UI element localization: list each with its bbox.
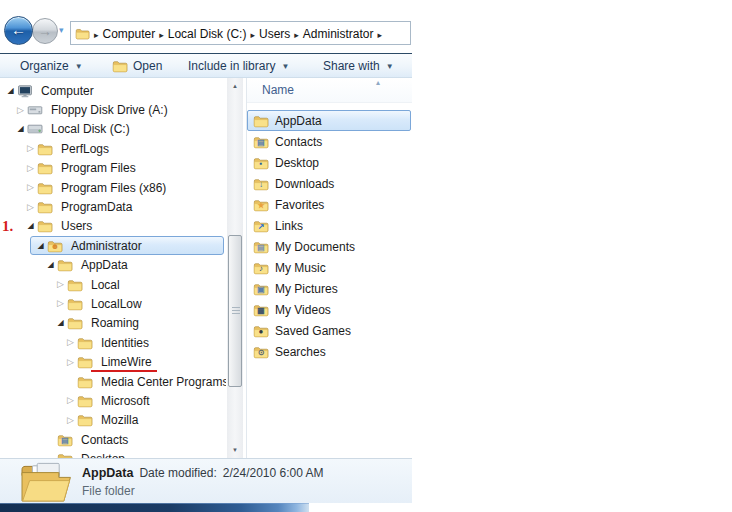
documents-icon: ▤	[253, 239, 269, 255]
forward-button[interactable]: →	[32, 18, 58, 44]
expander-collapsed-icon[interactable]: ▷	[24, 203, 37, 212]
tree-item-label: Roaming	[88, 316, 142, 330]
tree-item[interactable]: ▷Identities	[0, 333, 226, 352]
scrollbar-grip-icon	[232, 307, 240, 315]
expander-expanded-icon[interactable]: ◢	[44, 261, 57, 269]
tree-item[interactable]: 1.◢Users	[0, 217, 226, 236]
expander-expanded-icon[interactable]: ◢	[4, 87, 17, 95]
open-folder-icon	[112, 58, 128, 74]
file-item[interactable]: AppData	[247, 110, 411, 131]
expander-expanded-icon[interactable]: ◢	[24, 222, 37, 230]
breadcrumb-arrow-icon: ▸	[94, 30, 99, 40]
links-badge-icon: ↗	[258, 223, 265, 231]
tree-item[interactable]: ◢Local Disk (C:)	[0, 120, 226, 139]
include-in-library-button[interactable]: Include in library ▼	[188, 57, 289, 75]
details-date-modified-value: 2/24/2010 6:00 AM	[223, 466, 324, 480]
tree-item[interactable]: ▷Program Files	[0, 159, 226, 178]
expander-collapsed-icon[interactable]: ▷	[24, 164, 37, 173]
tree-item[interactable]: ◢AppData	[0, 256, 226, 275]
searches-badge-icon: ⊙	[258, 349, 265, 357]
tree-item-label: Microsoft	[98, 394, 153, 408]
file-item[interactable]: ▦My Videos	[247, 299, 411, 320]
expander-collapsed-icon[interactable]: ▷	[24, 183, 37, 192]
tree-item-label: Local Disk (C:)	[48, 122, 133, 136]
music-icon: ♪	[253, 260, 269, 276]
details-pane: AppData Date modified: 2/24/2010 6:00 AM…	[0, 458, 412, 503]
tree-item-label: Administrator	[68, 239, 145, 253]
screenshot-canvas: ← → ▾ ▸Computer▸Local Disk (C:)▸Users▸Ad…	[0, 0, 732, 512]
folder-icon	[67, 315, 83, 331]
folder-icon	[67, 296, 83, 312]
tree-item[interactable]: ▷LimeWire	[0, 352, 226, 371]
contacts-badge-icon: ▤	[257, 139, 265, 147]
tree-item[interactable]: ▷PerfLogs	[0, 139, 226, 158]
user-folder-badge-icon: ☻	[51, 243, 59, 251]
file-item-label: Contacts	[275, 135, 322, 149]
breadcrumb-item[interactable]: Users	[259, 27, 290, 41]
favorites-badge-icon: ★	[257, 202, 264, 210]
breadcrumb-item[interactable]: Local Disk (C:)	[168, 27, 247, 41]
file-item[interactable]: ↓Downloads	[247, 173, 411, 194]
back-button[interactable]: ←	[4, 16, 33, 45]
tree-item[interactable]: ▷Local	[0, 275, 226, 294]
scroll-down-button[interactable]: ▼	[227, 442, 243, 458]
expander-expanded-icon[interactable]: ◢	[14, 125, 27, 133]
tree-item[interactable]: ▷Floppy Disk Drive (A:)	[0, 100, 226, 119]
tree-item[interactable]: ◢Roaming	[0, 314, 226, 333]
tree-item[interactable]: ▷Mozilla	[0, 411, 226, 430]
tree-item-label: Computer	[38, 84, 97, 98]
expander-collapsed-icon[interactable]: ▷	[64, 416, 77, 425]
tree-item[interactable]: ▷Program Files (x86)	[0, 178, 226, 197]
main-content: ◢Computer▷Floppy Disk Drive (A:)◢Local D…	[0, 78, 412, 458]
details-item-type: File folder	[82, 484, 135, 498]
tree-item[interactable]: ▷Microsoft	[0, 391, 226, 410]
expander-collapsed-icon[interactable]: ▷	[64, 396, 77, 405]
file-item[interactable]: ★Favorites	[247, 194, 411, 215]
tree-item[interactable]: ▤Contacts	[0, 430, 226, 449]
open-button[interactable]: Open	[112, 57, 162, 75]
sort-ascending-icon: ▴	[376, 78, 380, 87]
tree-item[interactable]: ◢Computer	[0, 81, 226, 100]
file-item[interactable]: ▤My Documents	[247, 236, 411, 257]
expander-collapsed-icon[interactable]: ▷	[64, 338, 77, 347]
expander-collapsed-icon[interactable]: ▷	[24, 144, 37, 153]
recent-pages-chevron-icon[interactable]: ▾	[59, 25, 64, 35]
expander-expanded-icon[interactable]: ◢	[54, 319, 67, 327]
scroll-up-button[interactable]: ▲	[227, 78, 243, 94]
expander-collapsed-icon[interactable]: ▷	[64, 358, 77, 367]
expander-collapsed-icon[interactable]: ▷	[54, 280, 67, 289]
folder-icon	[253, 113, 269, 129]
name-column-header[interactable]: Name ▴	[247, 78, 412, 103]
scrollbar-thumb[interactable]	[228, 235, 242, 387]
tree-item[interactable]: Media Center Programs	[0, 372, 226, 391]
expander-collapsed-icon[interactable]: ▷	[54, 299, 67, 308]
expander-expanded-icon[interactable]: ◢	[34, 242, 47, 250]
tree-item[interactable]: ▷ProgramData	[0, 197, 226, 216]
share-with-label: Share with	[323, 59, 380, 73]
tree-item-label: AppData	[78, 258, 131, 272]
file-item[interactable]: ♪My Music	[247, 257, 411, 278]
explorer-window: ← → ▾ ▸Computer▸Local Disk (C:)▸Users▸Ad…	[0, 0, 412, 512]
file-item[interactable]: ⊙Searches	[247, 341, 411, 362]
chevron-down-icon: ▼	[75, 62, 83, 71]
file-item[interactable]: ↗Links	[247, 215, 411, 236]
breadcrumb-item[interactable]: Administrator	[303, 27, 374, 41]
share-with-button[interactable]: Share with ▼	[323, 57, 394, 75]
folder-icon	[37, 141, 53, 157]
breadcrumb-item[interactable]: Computer	[103, 27, 156, 41]
tree-scrollbar[interactable]: ▲ ▼	[227, 78, 243, 458]
tree-item[interactable]: ◢☻Administrator	[0, 236, 226, 255]
tree-item[interactable]: ▷LocalLow	[0, 294, 226, 313]
tree-item[interactable]: ▪Desktop	[0, 449, 226, 458]
navigation-bar: ← → ▾ ▸Computer▸Local Disk (C:)▸Users▸Ad…	[0, 14, 412, 53]
file-item[interactable]: ▤Contacts	[247, 131, 411, 152]
file-item[interactable]: ▣My Pictures	[247, 278, 411, 299]
selected-folder-large-icon	[20, 461, 74, 507]
file-item[interactable]: ●Saved Games	[247, 320, 411, 341]
expander-collapsed-icon[interactable]: ▷	[14, 106, 27, 115]
file-item[interactable]: ▪Desktop	[247, 152, 411, 173]
organize-button[interactable]: Organize ▼	[20, 57, 83, 75]
address-bar[interactable]: ▸Computer▸Local Disk (C:)▸Users▸Administ…	[70, 21, 411, 45]
tree-item-label: Program Files (x86)	[58, 181, 169, 195]
tree-item-label: ProgramData	[58, 200, 135, 214]
